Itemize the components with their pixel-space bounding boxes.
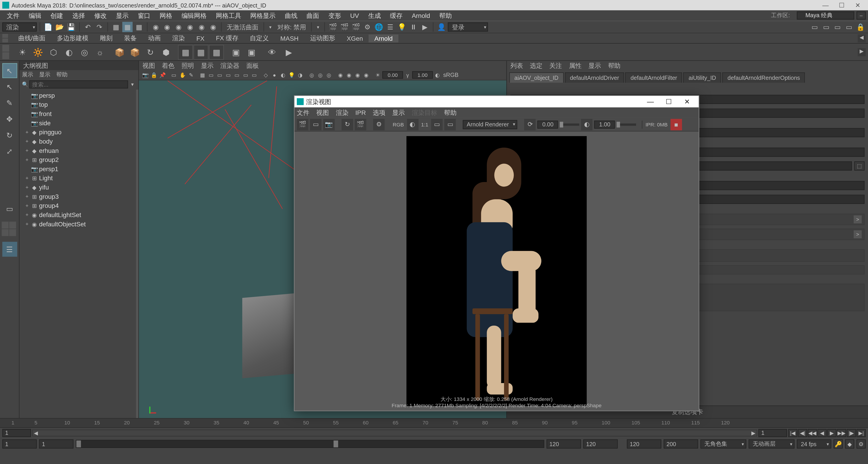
outliner-menu-display[interactable]: 展示 bbox=[22, 70, 33, 79]
shelf-tab-mash[interactable]: MASH bbox=[275, 34, 305, 42]
fps-dropdown[interactable]: 24 fps bbox=[797, 439, 831, 448]
vp-grid-icon[interactable]: ▦ bbox=[199, 71, 207, 79]
minimize-button[interactable]: — bbox=[817, 2, 834, 9]
rw-gamma-slider[interactable] bbox=[617, 123, 636, 125]
rw-rgb-label[interactable]: RGB bbox=[392, 121, 405, 127]
vp-dof-icon[interactable]: ◉ bbox=[362, 71, 370, 79]
outliner-menu-help[interactable]: 帮助 bbox=[56, 70, 68, 79]
rw-menu-ipr[interactable]: IPR bbox=[355, 109, 366, 116]
workspace-dropdown[interactable]: Maya 经典 bbox=[797, 11, 854, 20]
redo-icon[interactable]: ↷ bbox=[94, 22, 105, 32]
tree-item[interactable]: 📷side bbox=[20, 118, 136, 127]
shelf-menu-icon[interactable] bbox=[2, 34, 8, 38]
attr-tab-driver[interactable]: defaultArnoldDriver bbox=[565, 72, 624, 83]
menu-generate[interactable]: 生成 bbox=[364, 11, 385, 20]
rw-stop-ipr-icon[interactable]: ■ bbox=[671, 119, 682, 130]
sidebar-toggle-1-icon[interactable]: ▭ bbox=[809, 22, 820, 32]
rw-minimize-button[interactable]: — bbox=[641, 98, 659, 106]
file-save-icon[interactable]: 💾 bbox=[66, 22, 76, 32]
rw-menu-file[interactable]: 文件 bbox=[297, 108, 309, 117]
rw-pause-icon[interactable]: ⟳ bbox=[524, 119, 536, 130]
snap-live-icon[interactable]: ◉ bbox=[196, 22, 207, 32]
render-light-icon[interactable]: 💡 bbox=[397, 22, 407, 32]
skydome-light-icon[interactable]: 🔆 bbox=[31, 44, 45, 59]
tree-item[interactable]: +◆yifu bbox=[20, 183, 136, 192]
photometric-light-icon[interactable]: ◐ bbox=[61, 44, 76, 59]
vp-cam-lock-icon[interactable]: 🔒 bbox=[150, 71, 158, 79]
vp-xray-joints-icon[interactable]: ◎ bbox=[325, 71, 333, 79]
vp-gate-mask-icon[interactable]: ▭ bbox=[224, 71, 232, 79]
menu-editmesh[interactable]: 编辑网格 bbox=[177, 11, 211, 20]
scale-tool[interactable]: ⤢ bbox=[2, 144, 17, 158]
vp-isolate-icon[interactable]: ◎ bbox=[308, 71, 316, 79]
attr-menu-focus[interactable]: 关注 bbox=[549, 61, 562, 70]
tree-item[interactable]: +⊞group3 bbox=[20, 192, 136, 201]
playback-start[interactable]: 120 bbox=[627, 439, 661, 448]
tree-item[interactable]: +⊞group2 bbox=[20, 155, 136, 164]
attr-tab-aov[interactable]: aiAOV_object_ID bbox=[509, 72, 564, 83]
rw-ipr-icon[interactable]: ↻ bbox=[342, 119, 353, 130]
snap-curve-icon[interactable]: ◉ bbox=[162, 22, 172, 32]
tree-item[interactable]: +◉defaultObjectSet bbox=[20, 219, 136, 228]
vp-cam-bookmark-icon[interactable]: 📌 bbox=[158, 71, 166, 79]
vp-menu-view[interactable]: 视图 bbox=[143, 61, 155, 70]
rw-ratio-label[interactable]: 1:1 bbox=[420, 121, 430, 127]
shelf-tray-2-icon[interactable] bbox=[2, 52, 9, 59]
rw-region-icon[interactable]: ▭ bbox=[310, 119, 321, 130]
menu-curves[interactable]: 曲线 bbox=[280, 11, 302, 20]
range-start-inner[interactable]: 1 bbox=[39, 439, 73, 448]
vp-gamma-field[interactable]: 0.00 bbox=[382, 71, 403, 79]
paint-select-tool[interactable]: ✎ bbox=[2, 95, 17, 110]
standin-icon[interactable]: 📦 bbox=[112, 44, 127, 59]
sidebar-lock-icon[interactable]: 🔒 bbox=[855, 22, 866, 32]
shelf-tab-curves[interactable]: 曲线/曲面 bbox=[13, 33, 51, 43]
sidebar-toggle-2-icon[interactable]: ▭ bbox=[821, 22, 831, 32]
menu-edit[interactable]: 编辑 bbox=[24, 11, 46, 20]
outliner-search-input[interactable] bbox=[29, 81, 128, 89]
rw-real-size-icon[interactable]: ▭ bbox=[431, 119, 442, 130]
select-mode-icon[interactable]: ▦ bbox=[111, 22, 121, 32]
play-back-button[interactable]: ◀ bbox=[817, 429, 827, 437]
shelf-tab-render[interactable]: 渲染 bbox=[166, 33, 191, 43]
menu-select[interactable]: 选择 bbox=[68, 11, 90, 20]
select-object-icon[interactable]: ▦ bbox=[122, 22, 133, 32]
vp-view-transform-icon[interactable]: ◐ bbox=[433, 71, 441, 79]
vp-menu-panels[interactable]: 面板 bbox=[246, 61, 259, 70]
layout-single-icon[interactable] bbox=[1, 222, 8, 228]
rw-render-icon[interactable]: 🎬 bbox=[297, 119, 308, 130]
vp-xray-icon[interactable]: ◎ bbox=[316, 71, 324, 79]
shelf-tab-sculpt[interactable]: 雕刻 bbox=[94, 33, 119, 43]
maximize-button[interactable]: ☐ bbox=[834, 1, 850, 9]
shelf-tab-fx[interactable]: FX bbox=[191, 34, 210, 42]
render-settings-icon[interactable]: ⚙ bbox=[362, 22, 373, 32]
tree-item[interactable]: 📷persp bbox=[20, 91, 136, 100]
rw-snapshot-icon[interactable]: 📷 bbox=[323, 119, 335, 130]
vp-lights-icon[interactable]: 💡 bbox=[287, 71, 296, 79]
render-stop-icon[interactable]: ▶ bbox=[420, 22, 430, 32]
render-layer-icon[interactable]: ☰ bbox=[385, 22, 396, 32]
time-ruler[interactable]: 1 5 10 15 20 25 30 35 40 45 50 55 60 65 … bbox=[0, 419, 868, 428]
layout-two-icon[interactable] bbox=[1, 229, 8, 236]
shelf-scroll-icon[interactable]: ◀ bbox=[858, 34, 866, 42]
rw-exposure-slider[interactable] bbox=[560, 123, 579, 125]
account-icon[interactable]: 👤 bbox=[436, 22, 447, 32]
attr-menu-attrs[interactable]: 属性 bbox=[569, 61, 582, 70]
volume-icon[interactable]: ↻ bbox=[143, 44, 158, 59]
shelf-tray-1-icon[interactable] bbox=[2, 45, 9, 52]
vp-motion-blur-icon[interactable]: ◉ bbox=[345, 71, 353, 79]
menu-cache[interactable]: 缓存 bbox=[385, 11, 407, 20]
vp-wireframe-icon[interactable]: ◇ bbox=[262, 71, 270, 79]
move-tool[interactable]: ✥ bbox=[2, 112, 17, 126]
vp-res-gate-icon[interactable]: ▭ bbox=[216, 71, 224, 79]
render-view-icon[interactable]: 👁 bbox=[264, 44, 281, 59]
rw-menu-help[interactable]: 帮助 bbox=[444, 108, 457, 117]
render-globe-icon[interactable]: 🌐 bbox=[374, 22, 384, 32]
shelf-tab-fxcache[interactable]: FX 缓存 bbox=[210, 33, 244, 43]
vp-safe-action-icon[interactable]: ▭ bbox=[242, 71, 250, 79]
outliner-toggle[interactable]: ☰ bbox=[2, 242, 17, 257]
rw-menu-view[interactable]: 视图 bbox=[316, 108, 329, 117]
select-tool[interactable]: ↖ bbox=[2, 63, 17, 78]
menu-windows[interactable]: 窗口 bbox=[133, 11, 155, 20]
layout-four-icon[interactable] bbox=[9, 222, 16, 228]
shelf-tab-xgen[interactable]: XGen bbox=[341, 34, 369, 42]
